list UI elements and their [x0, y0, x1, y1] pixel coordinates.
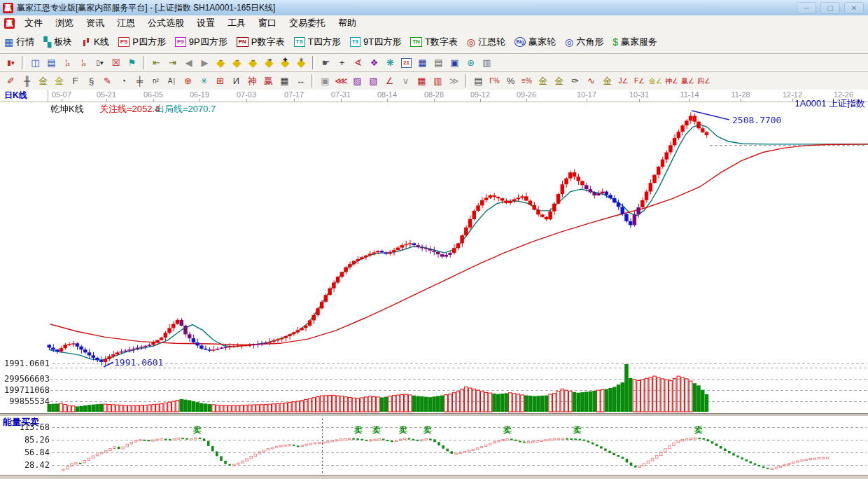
close-button[interactable]: ✕: [844, 2, 864, 14]
tool-report-icon[interactable]: ▤: [43, 55, 59, 70]
tool-grid-lines-icon[interactable]: ╫: [19, 74, 35, 88]
tool-flag-chart-icon[interactable]: ⚑: [124, 55, 140, 70]
tool-diamond-left-icon[interactable]: ◆←: [213, 55, 229, 70]
tool-hash-lines-icon[interactable]: ╪: [132, 74, 148, 88]
menu-浏览[interactable]: 浏览: [49, 16, 80, 29]
menu-公式选股[interactable]: 公式选股: [141, 16, 190, 29]
toolbar-sectors-button[interactable]: ▚板块: [43, 36, 72, 48]
tool-printer-icon[interactable]: ▥: [479, 55, 495, 70]
minimize-button[interactable]: ─: [797, 2, 816, 14]
tool-diamond-vexpand-icon[interactable]: ◆✚: [277, 55, 293, 70]
menu-江恩[interactable]: 江恩: [111, 16, 141, 29]
tool-star-rays-icon[interactable]: ✳: [196, 74, 212, 88]
tool-bars-3-icon[interactable]: ¦₃: [59, 55, 76, 70]
tool-spiral-icon[interactable]: §: [83, 74, 99, 88]
tool-gold-levels-icon[interactable]: 金: [551, 74, 567, 88]
tool-diamond-hexpand-icon[interactable]: ◆↔: [245, 55, 261, 70]
maximize-button[interactable]: ▢: [820, 2, 840, 14]
tool-close-box-icon[interactable]: ☒: [108, 55, 124, 70]
tool-angle-shen-icon[interactable]: 神∠: [664, 74, 680, 88]
tool-purple-grid-1-icon[interactable]: ▨: [349, 74, 365, 88]
tool-ying-tool-icon[interactable]: 赢: [260, 74, 276, 88]
tool-diamond-right-icon[interactable]: ◆→: [229, 55, 245, 70]
tool-globe-chart-icon[interactable]: ⊛: [463, 55, 479, 70]
tool-ink-pen-icon[interactable]: ✑: [567, 74, 583, 88]
menu-交易委托[interactable]: 交易委托: [283, 16, 332, 29]
tool-a-lines-icon[interactable]: A∣: [164, 74, 180, 88]
tool-period-combo-icon[interactable]: ▮▾: [3, 55, 19, 70]
tool-angle-j-icon[interactable]: J∠: [615, 74, 631, 88]
tool-gold-lines-1-icon[interactable]: 金: [35, 74, 51, 88]
tool-clock-cycle-icon[interactable]: ◔: [115, 74, 132, 88]
tool-purple-tool-icon[interactable]: ❖: [366, 55, 382, 70]
tool-purple-grid-2-icon[interactable]: ▧: [365, 74, 382, 88]
tool-hand-icon[interactable]: ☛: [318, 55, 334, 70]
tool-shen-tool-icon[interactable]: 神: [244, 74, 260, 88]
tool-gann-grid-icon[interactable]: ⊞: [212, 74, 228, 88]
tool-gold-circle-icon[interactable]: 金: [535, 74, 551, 88]
tool-angle-four-icon[interactable]: 四∠: [696, 74, 712, 88]
toolbar-9t-square-button[interactable]: T99T四方形: [350, 36, 402, 48]
tool-diamond-hshrink-icon[interactable]: ◆⇥: [261, 55, 277, 70]
tool-save-icon[interactable]: ▣: [447, 55, 463, 70]
menu-设置[interactable]: 设置: [190, 16, 221, 29]
tool-diamond-burst-icon[interactable]: ◆✳: [293, 55, 309, 70]
tool-table-e-icon[interactable]: ▤: [470, 74, 486, 88]
toolbar-gann-wheel-button[interactable]: ◎江恩轮: [467, 36, 505, 48]
tool-n-wave-icon[interactable]: И: [228, 74, 244, 88]
tool-red-grid-2-icon[interactable]: ▥: [430, 74, 446, 88]
tool-angle-ruler-icon[interactable]: ∢: [350, 55, 366, 70]
tool-f-lines-icon[interactable]: F: [67, 74, 83, 88]
tool-crosshair-icon[interactable]: +: [334, 55, 350, 70]
tool-circle-cross-icon[interactable]: ⊕: [180, 74, 196, 88]
tool-gray-rays-icon[interactable]: ≫: [446, 74, 462, 88]
tool-percent-icon[interactable]: %: [503, 74, 519, 88]
kline-chart-canvas[interactable]: [0, 90, 868, 479]
tool-frame-tool-icon[interactable]: ▣: [317, 74, 333, 88]
toolbar-winner-wheel-button[interactable]: Big赢家轮: [514, 36, 556, 48]
menu-窗口[interactable]: 窗口: [252, 16, 283, 29]
tool-angle-pen-icon[interactable]: ∠: [382, 74, 398, 88]
tool-calculator-icon[interactable]: ▦: [414, 55, 430, 70]
tool-gold-lines-2-icon[interactable]: 金: [51, 74, 67, 88]
toolbar-quotes-button[interactable]: ▦行情: [4, 36, 34, 48]
tool-red-pen-icon[interactable]: ✎: [99, 74, 115, 88]
tool-step-back-icon[interactable]: ◀: [181, 55, 197, 70]
tool-wave-line-icon[interactable]: ∿: [583, 74, 599, 88]
menu-文件[interactable]: 文件: [18, 16, 49, 29]
tool-last-page-icon[interactable]: ⇥: [164, 55, 181, 70]
tool-kline-style-icon[interactable]: ◫: [27, 55, 43, 70]
tool-web-tool-icon[interactable]: ❋: [382, 55, 398, 70]
tool-red-grid-1-icon[interactable]: ▦: [414, 74, 430, 88]
tool-angle-ying-icon[interactable]: 赢∠: [680, 74, 696, 88]
toolbar-t-number-table-button[interactable]: TNT数字表: [410, 36, 458, 48]
tool-first-page-icon[interactable]: ⇤: [148, 55, 164, 70]
tool-notepad-icon[interactable]: ▤: [430, 55, 447, 70]
toolbar-p-number-table-button[interactable]: PNP数字表: [237, 36, 285, 48]
toolbar-kline-button[interactable]: K线: [81, 36, 109, 48]
tool-calendar-21-icon[interactable]: 21: [398, 55, 414, 70]
tool-n-square-icon[interactable]: n²: [148, 74, 164, 88]
toolbar-p-square-button[interactable]: PSP四方形: [118, 36, 166, 48]
toolbar-t-square-button[interactable]: TST四方形: [294, 36, 341, 48]
tool-candle-combo-icon[interactable]: ▯▾: [92, 55, 108, 70]
tool-v-lines-icon[interactable]: ∨: [398, 74, 414, 88]
tool-number-grid-icon[interactable]: ▦: [276, 74, 293, 88]
menu-帮助[interactable]: 帮助: [332, 16, 363, 29]
tool-step-forward-icon[interactable]: ▶: [197, 55, 213, 70]
tool-red-rays-icon[interactable]: ⋘: [333, 74, 349, 88]
tool-angle-f-icon[interactable]: F∠: [631, 74, 648, 88]
sell-signal-marker: 卖: [503, 424, 512, 436]
tool-gold-underline-icon[interactable]: 金: [599, 74, 615, 88]
tool-percent-line-icon[interactable]: Γ%: [486, 74, 503, 88]
tool-angle-gold-icon[interactable]: 金∠: [648, 74, 664, 88]
toolbar-hexagon-button[interactable]: ◎六角形: [565, 36, 603, 48]
tool-bars-9-icon[interactable]: ¦₉: [76, 55, 92, 70]
menu-工具[interactable]: 工具: [221, 16, 252, 29]
menu-资讯[interactable]: 资讯: [80, 16, 111, 29]
toolbar-winner-service-button[interactable]: $赢家服务: [612, 36, 657, 48]
toolbar-9p-square-button[interactable]: P99P四方形: [175, 36, 227, 48]
tool-width-arrows-icon[interactable]: ↔: [293, 74, 309, 88]
tool-percent-levels-icon[interactable]: ≡%: [519, 74, 535, 88]
tool-knife-tool-icon[interactable]: ✐: [3, 74, 19, 88]
